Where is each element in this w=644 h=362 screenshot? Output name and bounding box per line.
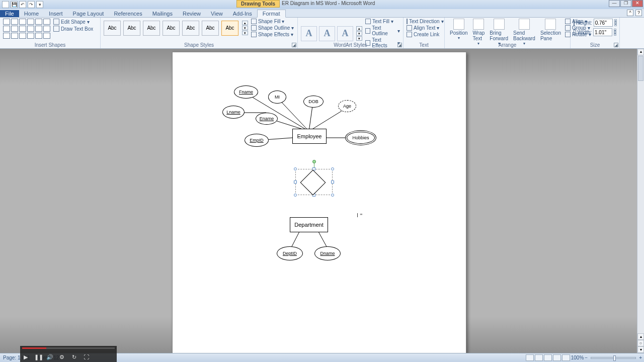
resize-handle-nw[interactable] xyxy=(294,167,297,170)
resize-handle-ne[interactable] xyxy=(331,167,334,170)
minimize-button[interactable]: — xyxy=(609,0,620,7)
tab-insert[interactable]: Insert xyxy=(44,10,68,17)
style-preset[interactable]: Abc xyxy=(104,21,121,36)
text-outline-button[interactable]: Text Outline ▾ xyxy=(365,25,400,36)
player-fullscreen-button[interactable]: ⛶ xyxy=(83,354,90,361)
tab-view[interactable]: View xyxy=(206,10,228,17)
zoom-slider-thumb[interactable] xyxy=(613,355,616,361)
size-launcher[interactable]: ◢ xyxy=(614,43,618,47)
attr-dname[interactable]: Dname xyxy=(314,246,341,260)
tab-addins[interactable]: Add-Ins xyxy=(228,10,257,17)
send-backward-button[interactable]: Send Backward▾ xyxy=(511,19,537,46)
scroll-up-button[interactable]: ▴ xyxy=(637,49,644,55)
wordart-preset[interactable]: A xyxy=(319,26,335,41)
attr-fname[interactable]: Fname xyxy=(234,85,258,99)
player-loop-button[interactable]: ↻ xyxy=(70,354,77,361)
scroll-thumb[interactable] xyxy=(638,56,643,81)
shape-outline-button[interactable]: Shape Outline ▾ xyxy=(251,25,294,31)
attr-age[interactable]: Age xyxy=(338,100,356,112)
resize-handle-w[interactable] xyxy=(294,180,297,184)
view-print-layout-button[interactable] xyxy=(526,354,534,361)
maximize-button[interactable]: ❐ xyxy=(620,0,631,7)
attr-dob[interactable]: DOB xyxy=(303,96,324,108)
wordart-gallery-more[interactable]: ▴▾▾ xyxy=(356,26,362,41)
text-direction-button[interactable]: Text Direction ▾ xyxy=(407,19,441,24)
selection-pane-button[interactable]: Selection Pane xyxy=(538,19,563,46)
resize-handle-se[interactable] xyxy=(331,194,334,197)
attr-empid[interactable]: EmpID xyxy=(245,134,269,147)
width-input[interactable] xyxy=(593,28,612,36)
attr-mi[interactable]: MI xyxy=(268,90,286,104)
close-button[interactable]: ✕ xyxy=(632,0,643,7)
bring-forward-button[interactable]: Bring Forward▾ xyxy=(488,19,510,46)
tab-review[interactable]: Review xyxy=(178,10,206,17)
wordart-preset[interactable]: A xyxy=(337,26,353,41)
tab-file[interactable]: File xyxy=(0,10,19,17)
view-full-screen-button[interactable] xyxy=(535,354,543,361)
player-play-button[interactable]: ▶ xyxy=(22,354,29,361)
shapes-gallery[interactable] xyxy=(3,19,50,39)
create-link-button[interactable]: Create Link xyxy=(407,32,441,37)
tab-mailings[interactable]: Mailings xyxy=(147,10,178,17)
rotation-handle[interactable] xyxy=(312,160,316,163)
tab-home[interactable]: Home xyxy=(19,10,44,17)
player-volume-button[interactable]: 🔊 xyxy=(46,354,53,361)
attr-hobbies[interactable]: Hobbies xyxy=(347,132,375,144)
resize-handle-sw[interactable] xyxy=(294,194,297,197)
draw-text-box-button[interactable]: Draw Text Box xyxy=(53,26,93,32)
view-web-layout-button[interactable] xyxy=(544,354,552,361)
align-text-button[interactable]: Align Text ▾ xyxy=(407,25,441,31)
zoom-in-button[interactable]: + xyxy=(639,355,642,360)
qat-save-icon[interactable]: 💾 xyxy=(11,1,18,8)
wordart-launcher[interactable]: ◢ xyxy=(397,43,402,47)
style-gallery-more[interactable]: ▴▾▾ xyxy=(242,21,248,35)
qat-customize-icon[interactable]: ▾ xyxy=(36,1,43,8)
player-settings-button[interactable]: ⚙ xyxy=(58,354,65,361)
vertical-scrollbar[interactable]: ▴ ▴ ○ ▾ xyxy=(637,49,644,353)
wordart-preset[interactable]: A xyxy=(301,26,317,41)
resize-handle-e[interactable] xyxy=(331,180,334,184)
qat-redo-icon[interactable]: ↷ xyxy=(28,1,35,8)
player-track[interactable] xyxy=(22,347,115,349)
word-icon[interactable]: W xyxy=(2,1,9,8)
zoom-out-button[interactable]: − xyxy=(585,355,588,360)
attr-deptid[interactable]: DeptID xyxy=(277,246,303,260)
edit-shape-button[interactable]: Edit Shape ▾ xyxy=(53,19,93,25)
style-preset[interactable]: Abc xyxy=(163,21,180,36)
shape-effects-button[interactable]: Shape Effects ▾ xyxy=(251,32,294,37)
width-spinner[interactable]: ▴▾ xyxy=(614,29,616,36)
next-page-button[interactable]: ▾ xyxy=(637,346,644,353)
page[interactable]: Employee Fname MI Lname Ename DOB Age Em… xyxy=(172,52,466,353)
zoom-level[interactable]: 100% xyxy=(571,355,584,360)
player-pause-button[interactable]: ❚❚ xyxy=(34,354,41,361)
document-area[interactable]: Employee Fname MI Lname Ename DOB Age Em… xyxy=(0,49,637,353)
style-preset[interactable]: Abc xyxy=(221,21,238,36)
prev-page-button[interactable]: ▴ xyxy=(637,333,644,340)
view-outline-button[interactable] xyxy=(553,354,561,361)
style-preset[interactable]: Abc xyxy=(202,21,219,36)
attr-lname[interactable]: Lname xyxy=(222,106,245,119)
text-fill-button[interactable]: Text Fill ▾ xyxy=(365,19,400,24)
minimize-ribbon-icon[interactable]: ^ xyxy=(627,10,633,16)
height-spinner[interactable]: ▴▾ xyxy=(614,19,617,26)
shape-fill-button[interactable]: Shape Fill ▾ xyxy=(251,19,294,24)
tab-format[interactable]: Format xyxy=(257,10,286,18)
tab-references[interactable]: References xyxy=(109,10,147,17)
style-preset[interactable]: Abc xyxy=(123,21,140,36)
qat-undo-icon[interactable]: ↶ xyxy=(19,1,26,8)
style-preset[interactable]: Abc xyxy=(143,21,160,36)
style-preset[interactable]: Abc xyxy=(182,21,199,36)
wrap-text-button[interactable]: Wrap Text▾ xyxy=(471,19,487,46)
tab-page-layout[interactable]: Page Layout xyxy=(68,10,109,17)
height-input[interactable] xyxy=(594,19,613,27)
entity-employee[interactable]: Employee xyxy=(292,129,327,144)
help-icon[interactable]: ? xyxy=(635,10,642,16)
shape-styles-launcher[interactable]: ◢ xyxy=(292,43,296,47)
attr-ename[interactable]: Ename xyxy=(256,113,278,125)
entity-department[interactable]: Department xyxy=(290,217,328,232)
position-button[interactable]: Position▾ xyxy=(448,19,470,46)
shape-style-gallery[interactable]: Abc Abc Abc Abc Abc Abc Abc ▴▾▾ xyxy=(104,19,248,37)
zoom-slider[interactable] xyxy=(591,357,636,359)
browse-object-button[interactable]: ○ xyxy=(637,340,644,346)
view-draft-button[interactable] xyxy=(562,354,570,361)
